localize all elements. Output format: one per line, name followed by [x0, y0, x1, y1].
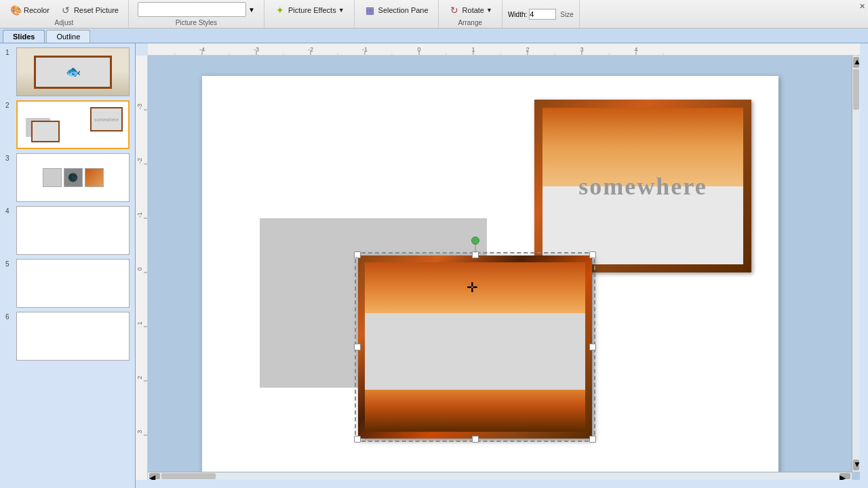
- frames-slide-preview: somewhere: [18, 102, 128, 148]
- picture-tools-ribbon: 🎨 Recolor ↺ Reset Picture Adjust ▼ Pictu…: [0, 0, 868, 28]
- scrollbar-v-up-btn[interactable]: ▲: [853, 57, 859, 68]
- svg-text:3: 3: [136, 430, 143, 433]
- scrollbar-h-thumb[interactable]: [161, 473, 216, 479]
- fish-frame-icon: 🐟: [34, 56, 113, 89]
- photo-1: [43, 168, 62, 187]
- effects-arrow: ▼: [338, 7, 344, 14]
- selection-pane-icon: ▦: [364, 4, 376, 16]
- size-group: Width: Size: [502, 0, 580, 28]
- handle-bl[interactable]: [354, 436, 361, 443]
- effects-label: Picture Effects: [288, 6, 336, 14]
- scrollbar-v-thumb[interactable]: [853, 69, 859, 110]
- selected-object-container[interactable]: [358, 256, 592, 439]
- slide-tab-bar: Slides Outline ✕: [0, 28, 868, 43]
- slide-thumb-1[interactable]: 1 🐟: [5, 47, 130, 96]
- outline-tab[interactable]: Outline: [46, 30, 90, 43]
- rotate-label: Rotate: [462, 6, 484, 14]
- selection-pane-section: ▦ Selection Pane: [355, 0, 439, 28]
- handle-ml[interactable]: [354, 344, 361, 350]
- ruler-h-svg: -4 -3 -2 -1 0 1 2 3 4: [148, 43, 860, 56]
- svg-text:-1: -1: [136, 212, 143, 218]
- scrollbar-vertical[interactable]: ▲ ▼: [852, 56, 860, 472]
- photos-slide-preview: 🌑: [17, 154, 129, 201]
- main-area: 1 🐟 2 somewhere: [0, 43, 868, 488]
- empty-slide-6: [17, 312, 129, 360]
- photo-3: [85, 168, 104, 187]
- slide-num-3: 3: [5, 153, 14, 162]
- vertical-ruler: -3 -2 -1 0 1 2 3: [136, 56, 148, 480]
- svg-text:2: 2: [136, 375, 143, 379]
- slide-thumb-3[interactable]: 3 🌑: [5, 153, 130, 202]
- picture-effects-section: ✦ Picture Effects ▼: [264, 0, 355, 28]
- photo-2: 🌑: [64, 168, 83, 187]
- slide-preview-5[interactable]: [16, 259, 130, 308]
- styles-gallery[interactable]: [138, 2, 246, 17]
- svg-text:0: 0: [136, 267, 143, 270]
- rotate-section: ↻ Rotate ▼ Arrange: [439, 0, 502, 28]
- slide-thumb-6[interactable]: 6: [5, 312, 130, 361]
- canvas-area: -4 -3 -2 -1 0 1 2 3 4: [136, 43, 868, 488]
- handle-mr[interactable]: [589, 344, 596, 350]
- slide-preview-4[interactable]: [16, 206, 130, 255]
- width-row: Width:: [508, 9, 556, 20]
- slide-workspace: somewhere: [148, 56, 860, 480]
- effects-buttons: ✦ Picture Effects ▼: [270, 2, 349, 18]
- recolor-label: Recolor: [24, 6, 50, 14]
- rotate-buttons: ↻ Rotate ▼: [444, 2, 496, 18]
- slide-num-2: 2: [5, 100, 14, 109]
- size-label: Size: [560, 11, 573, 18]
- styles-expand[interactable]: ▼: [248, 6, 255, 14]
- picture-styles-label: Picture Styles: [134, 19, 258, 26]
- mini-frame-tr: somewhere: [90, 107, 123, 131]
- rotate-icon: ↻: [448, 4, 460, 16]
- handle-tl[interactable]: [354, 251, 361, 258]
- frame-inner-top: somewhere: [542, 108, 743, 264]
- somewhere-text: somewhere: [578, 172, 707, 201]
- slide-preview-1[interactable]: 🐟: [16, 47, 130, 96]
- width-input[interactable]: [529, 9, 556, 20]
- scrollbar-h-right-btn[interactable]: ▶: [840, 473, 850, 479]
- size-inputs: Width:: [508, 9, 556, 20]
- sel-sunset-top: [365, 262, 585, 313]
- empty-slide-5: [17, 260, 129, 307]
- slide-num-1: 1: [5, 47, 14, 56]
- slide-thumb-4[interactable]: 4: [5, 206, 130, 255]
- slides-tab[interactable]: Slides: [3, 30, 45, 43]
- frame-outer-sel: [358, 256, 592, 439]
- slide-num-5: 5: [5, 259, 14, 268]
- reset-icon: ↺: [60, 4, 72, 16]
- pane-buttons: ▦ Selection Pane: [360, 2, 433, 18]
- width-label: Width:: [508, 11, 527, 18]
- slide-thumb-2[interactable]: 2 somewhere: [5, 100, 130, 149]
- svg-text:-2: -2: [136, 158, 143, 163]
- scrollbar-h-left-btn[interactable]: ◀: [149, 473, 160, 479]
- slide-thumb-5[interactable]: 5: [5, 259, 130, 308]
- selected-frame-wrap[interactable]: [358, 256, 592, 439]
- close-panel-btn[interactable]: ✕: [859, 2, 865, 11]
- sunset-frame-top[interactable]: somewhere: [534, 100, 751, 272]
- handle-bm[interactable]: [472, 436, 479, 443]
- picture-effects-button[interactable]: ✦ Picture Effects ▼: [270, 2, 349, 18]
- recolor-button[interactable]: 🎨 Recolor: [5, 2, 54, 18]
- svg-text:1: 1: [136, 321, 143, 325]
- slide-preview-6[interactable]: [16, 312, 130, 361]
- reset-picture-button[interactable]: ↺ Reset Picture: [56, 2, 123, 18]
- adjust-group: 🎨 Recolor ↺ Reset Picture Adjust: [0, 0, 129, 28]
- selection-pane-button[interactable]: ▦ Selection Pane: [360, 2, 433, 18]
- slide-preview-2[interactable]: somewhere: [16, 100, 130, 149]
- selection-pane-label: Selection Pane: [378, 6, 429, 14]
- reset-label: Reset Picture: [74, 6, 119, 14]
- frame-outer-top: somewhere: [534, 100, 751, 272]
- handle-tr[interactable]: [589, 251, 596, 258]
- scrollbar-horizontal[interactable]: ◀ ▶: [148, 472, 852, 480]
- adjust-label: Adjust: [5, 19, 123, 26]
- handle-br[interactable]: [589, 436, 596, 443]
- slide-preview-3[interactable]: 🌑: [16, 153, 130, 202]
- recolor-icon: 🎨: [9, 4, 22, 16]
- rotate-button[interactable]: ↻ Rotate ▼: [444, 2, 496, 18]
- scrollbar-v-down-btn[interactable]: ▼: [853, 460, 859, 470]
- slide-canvas[interactable]: somewhere: [202, 76, 778, 480]
- styles-buttons: ▼: [138, 2, 255, 17]
- mini-frame-sel: [31, 121, 60, 142]
- frame-inner-sel: [365, 262, 585, 432]
